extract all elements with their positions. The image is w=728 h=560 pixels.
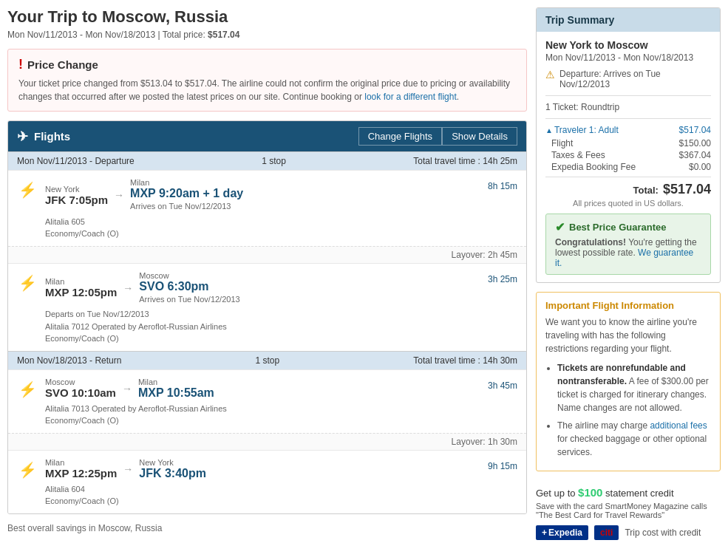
dest-note-mxp: Arrives on Tue Nov/12/2013: [130, 200, 243, 213]
credit-title: Get up to $100 statement credit: [536, 486, 721, 499]
warn-icon: ⚠: [545, 69, 555, 81]
best-price-text: Congratulations! You're getting the lowe…: [555, 237, 701, 268]
dest-time-mxp: MXP 9:20am + 1 day: [130, 187, 243, 200]
important-intro: We want you to know the airline you're t…: [545, 315, 711, 355]
total-row: Total: $517.04: [545, 177, 711, 197]
flight-detail-svo-mxp: Moscow SVO 10:10am → Milan MXP 10:55am: [45, 378, 480, 427]
flight-duration-mxp-jfk: 9h 15m: [488, 458, 517, 471]
important-title: Important Flight Information: [545, 300, 711, 311]
dest-block-mxp: Milan MXP 9:20am + 1 day Arrives on Tue …: [130, 178, 243, 213]
different-flight-link[interactable]: look for a different flight: [364, 92, 457, 102]
traveler-label: Traveler 1: Adult: [554, 125, 619, 135]
origin-time-svo: SVO 10:10am: [45, 386, 116, 399]
credit-amount: $100: [578, 486, 602, 499]
arrow-icon-2: →: [123, 282, 133, 294]
flight-row-mxp-jfk: ⚡ Milan MXP 12:25pm → New York: [8, 450, 526, 513]
flight-info-svo-mxp: Alitalia 7013 Operated by Aeroflot-Russi…: [45, 403, 480, 427]
dest-time-mxp-return: MXP 10:55am: [138, 386, 214, 400]
credit-right-text: Trip cost with credit: [625, 527, 701, 538]
sidebar: Trip Summary New York to Moscow Mon Nov/…: [536, 7, 721, 546]
flight-info-mxp-svo: Departs on Tue Nov/12/2013 Alitalia 7012…: [45, 308, 480, 345]
sidebar-warning-text: Departure: Arrives on Tue Nov/12/2013: [559, 69, 711, 89]
flight-detail-mxp-svo: Milan MXP 12:05pm → Moscow SVO 6:30pm: [45, 271, 480, 345]
flights-panel: ✈ Flights Change Flights Show Details Mo…: [7, 120, 527, 514]
arrow-icon-4: →: [123, 463, 133, 475]
flights-header-title: ✈ Flights: [17, 129, 351, 145]
flights-header: ✈ Flights Change Flights Show Details: [8, 121, 526, 151]
origin-time-mxp: MXP 12:05pm: [45, 286, 117, 298]
sidebar-tickets: 1 Ticket: Roundtrip: [545, 102, 711, 119]
flight-route-jfk-mxp: New York JFK 7:05pm → Milan MXP 9:20am +…: [45, 178, 480, 213]
trip-dates-label: Mon Nov/11/2013 - Mon Nov/18/2013 | Tota…: [7, 30, 208, 40]
flight-route-mxp-svo: Milan MXP 12:05pm → Moscow SVO 6:30pm: [45, 271, 480, 306]
flight-label: Flight: [551, 138, 573, 148]
flight-fee-row: Flight $150.00: [545, 138, 711, 148]
sidebar-dates: Mon Nov/11/2013 - Mon Nov/18/2013: [545, 52, 711, 63]
check-icon: ✔: [555, 220, 565, 234]
flight-info-jfk-mxp: Alitalia 605 Economy/Coach (O): [45, 216, 480, 240]
flights-header-actions: Change Flights Show Details: [358, 127, 517, 146]
dest-time-svo: SVO 6:30pm: [139, 280, 239, 293]
flight-duration-jfk-mxp: 8h 15m: [488, 178, 517, 191]
traveler-total: $517.04: [679, 125, 711, 135]
price-change-title: ! Price Change: [18, 57, 516, 72]
trip-title: Your Trip to Moscow, Russia Mon Nov/11/2…: [7, 7, 527, 40]
taxes-fee-row: Taxes & Fees $367.04: [545, 150, 711, 160]
origin-time-mxp-return: MXP 12:25pm: [45, 467, 117, 479]
flight-duration-mxp-svo: 3h 25m: [488, 271, 517, 284]
total-label: Total:: [633, 185, 659, 196]
flight-detail-jfk-mxp: New York JFK 7:05pm → Milan MXP 9:20am +…: [45, 178, 480, 240]
flight-detail-mxp-jfk: Milan MXP 12:25pm → New York JFK 3:40pm: [45, 458, 480, 508]
layover-2: Layover: 1h 30m: [8, 433, 526, 450]
taxes-label: Taxes & Fees: [551, 150, 605, 160]
origin-block-mxp: Milan MXP 12:05pm: [45, 277, 117, 298]
airline-logo-alitalia-2: ⚡: [17, 271, 38, 292]
flight-row-svo-mxp: ⚡ Moscow SVO 10:10am → Milan: [8, 369, 526, 433]
trip-destination: Moscow, Russia: [102, 7, 228, 26]
airline-logo-alitalia-3: ⚡: [17, 378, 38, 398]
airline-logo-alitalia: ⚡: [17, 178, 38, 199]
important-list: Tickets are nonrefundable and nontransfe…: [545, 361, 711, 459]
flight-row-jfk-mxp: ⚡ New York JFK 7:05pm → Milan: [8, 170, 526, 246]
traveler-expand[interactable]: ▲ Traveler 1: Adult $517.04: [545, 125, 711, 135]
best-price-box: ✔ Best Price Guarantee Congratulations! …: [545, 214, 711, 275]
origin-time-jfk: JFK 7:05pm: [45, 194, 108, 206]
trip-price: $517.04: [208, 30, 239, 40]
trip-summary-body: New York to Moscow Mon Nov/11/2013 - Mon…: [537, 32, 720, 282]
origin-block-svo: Moscow SVO 10:10am: [45, 378, 116, 399]
change-flights-button[interactable]: Change Flights: [358, 127, 442, 146]
segment-stops-return: 1 stop: [255, 355, 279, 366]
important-list-item-2: The airline may charge additional fees f…: [557, 419, 711, 459]
exclamation-icon: !: [18, 57, 23, 72]
dest-block-svo: Moscow SVO 6:30pm Arrives on Tue Nov/12/…: [139, 271, 239, 306]
flight-info-mxp-jfk: Alitalia 604 Economy/Coach (O): [45, 483, 480, 508]
flight-route-svo-mxp: Moscow SVO 10:10am → Milan MXP 10:55am: [45, 378, 480, 400]
best-price-title: ✔ Best Price Guarantee: [555, 220, 701, 234]
flight-duration-svo-mxp: 3h 45m: [488, 378, 517, 391]
important-flight-info-box: Important Flight Information We want you…: [536, 292, 721, 471]
show-details-button[interactable]: Show Details: [442, 127, 517, 146]
dest-time-jfk: JFK 3:40pm: [139, 467, 206, 480]
expedia-logo: + Expedia: [536, 525, 588, 540]
additional-fees-link[interactable]: additional fees: [650, 420, 707, 431]
expand-arrow-icon: ▲: [545, 126, 553, 134]
trip-summary-box: Trip Summary New York to Moscow Mon Nov/…: [536, 7, 721, 283]
segment-total-time-departure: Total travel time : 14h 25m: [413, 156, 517, 166]
layover-1: Layover: 2h 45m: [8, 246, 526, 263]
plane-icon: ✈: [17, 129, 28, 145]
usd-note: All prices quoted in US dollars.: [545, 199, 711, 208]
total-amount: $517.04: [663, 182, 711, 197]
important-list-item-1: Tickets are nonrefundable and nontransfe…: [557, 361, 711, 414]
trip-title-prefix: Your Trip to: [7, 7, 102, 26]
bottom-hint: Best overall savings in Moscow, Russia: [7, 523, 527, 533]
flight-route-mxp-jfk: Milan MXP 12:25pm → New York JFK 3:40pm: [45, 458, 480, 480]
segment-stops-departure: 1 stop: [262, 156, 286, 166]
dest-note-svo: Arrives on Tue Nov/12/2013: [139, 293, 239, 306]
dest-block-jfk: New York JFK 3:40pm: [139, 458, 206, 480]
taxes-cost: $367.04: [679, 150, 711, 160]
credit-subtitle: Save with the card SmartMoney Magazine c…: [536, 502, 721, 519]
airline-logo-alitalia-4: ⚡: [17, 458, 38, 479]
booking-fee-row: Expedia Booking Fee $0.00: [545, 162, 711, 172]
price-change-text: Your ticket price changed from $513.04 t…: [18, 77, 516, 103]
segment-header-departure: Mon Nov/11/2013 - Departure 1 stop Total…: [8, 151, 526, 170]
